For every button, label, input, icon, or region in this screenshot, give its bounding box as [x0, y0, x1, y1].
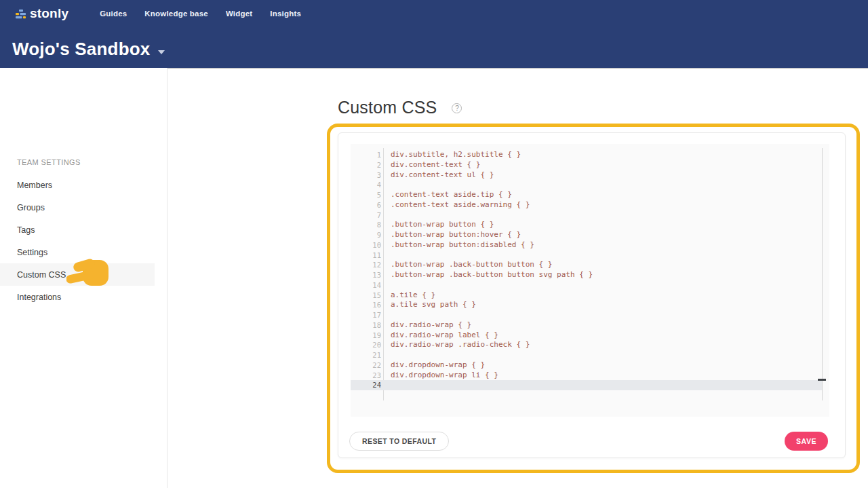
line-number: 15 [351, 290, 381, 301]
code-text: .button-wrap button:hover { } [391, 230, 521, 240]
settings-sidebar: TEAM SETTINGS Members Groups Tags Settin… [0, 68, 167, 488]
sidebar-menu: Members Groups Tags Settings Custom CSS … [0, 174, 167, 308]
primary-nav: Guides Knowledge base Widget Insights [82, 10, 301, 18]
custom-css-card: 1div.subtitle, h2.subtitle { }2div.conte… [338, 132, 846, 458]
line-number: 10 [351, 240, 381, 250]
sidebar-item-label: Custom CSS [17, 270, 66, 280]
stonly-logo[interactable]: stonly [15, 6, 68, 21]
nav-item-insights[interactable]: Insights [270, 10, 301, 18]
nav-item-guides[interactable]: Guides [100, 10, 127, 18]
app-header: stonly Guides Knowledge base Widget Insi… [0, 0, 868, 68]
line-number: 21 [351, 350, 381, 360]
code-line[interactable]: 3div.content-text ul { } [351, 170, 829, 181]
code-text: div.dropdown-wrap { } [391, 360, 485, 371]
help-icon[interactable]: ? [452, 103, 462, 113]
nav-item-widget[interactable]: Widget [226, 10, 252, 18]
line-number: 19 [351, 331, 381, 341]
line-number: 9 [351, 230, 381, 240]
code-line[interactable]: 5.content-text aside.tip { } [351, 190, 829, 200]
sidebar-item-custom-css[interactable]: Custom CSS [0, 263, 155, 286]
code-text: a.tile { } [391, 290, 435, 301]
reset-to-default-button[interactable]: RESET TO DEFAULT [349, 432, 449, 451]
code-line[interactable]: 17 [351, 310, 829, 320]
line-number: 23 [351, 371, 381, 381]
nav-item-knowledge-base[interactable]: Knowledge base [144, 10, 208, 18]
save-button[interactable]: SAVE [785, 432, 828, 451]
code-text: .button-wrap .back-button button svg pat… [391, 270, 593, 280]
code-text: .button-wrap .back-button button { } [391, 260, 552, 270]
custom-css-highlight-frame: 1div.subtitle, h2.subtitle { }2div.conte… [327, 124, 860, 473]
line-number: 1 [351, 150, 381, 160]
stonly-logo-icon [15, 9, 26, 20]
line-number: 7 [351, 210, 381, 221]
line-number: 16 [351, 300, 381, 310]
code-line[interactable]: 19div.radio-wrap label { } [351, 331, 829, 341]
workspace-name: Wojo's Sandbox [12, 39, 151, 60]
code-text: div.radio-wrap { } [391, 320, 471, 331]
code-line[interactable]: 12.button-wrap .back-button button { } [351, 260, 829, 270]
line-number: 5 [351, 190, 381, 200]
line-number: 6 [351, 200, 381, 210]
code-line[interactable]: 16a.tile svg path { } [351, 300, 829, 310]
line-number: 4 [351, 180, 381, 190]
sidebar-item-tags[interactable]: Tags [0, 219, 155, 241]
line-number: 24 [351, 380, 381, 390]
sidebar-item-label: Members [17, 181, 52, 190]
code-line[interactable]: 23div.dropdown-wrap li { } [351, 371, 829, 381]
code-line[interactable]: 7 [351, 210, 829, 221]
editor-actions-row: RESET TO DEFAULT SAVE [338, 432, 845, 451]
line-number: 2 [351, 160, 381, 170]
code-line[interactable]: 9.button-wrap button:hover { } [351, 230, 829, 240]
code-line[interactable]: 18div.radio-wrap { } [351, 320, 829, 331]
sidebar-item-members[interactable]: Members [0, 174, 155, 196]
code-text: div.dropdown-wrap li { } [391, 371, 498, 381]
line-number: 3 [351, 170, 381, 181]
sidebar-item-settings[interactable]: Settings [0, 241, 155, 263]
line-number: 14 [351, 280, 381, 290]
editor-scrollbar-track[interactable] [822, 148, 823, 400]
code-line[interactable]: 8.button-wrap button { } [351, 220, 829, 230]
logo-wordmark: stonly [30, 6, 68, 21]
code-line[interactable]: 20div.radio-wrap .radio-check { } [351, 340, 829, 350]
code-text: a.tile svg path { } [391, 300, 476, 310]
code-line[interactable]: 10.button-wrap button:disabled { } [351, 240, 829, 250]
sidebar-item-integrations[interactable]: Integrations [0, 286, 155, 308]
code-line[interactable]: 6.content-text aside.warning { } [351, 200, 829, 210]
code-line[interactable]: 2div.content-text { } [351, 160, 829, 170]
css-code-editor[interactable]: 1div.subtitle, h2.subtitle { }2div.conte… [351, 144, 829, 417]
sidebar-item-groups[interactable]: Groups [0, 196, 155, 219]
code-line[interactable]: 22div.dropdown-wrap { } [351, 360, 829, 371]
code-text: .content-text aside.warning { } [391, 200, 530, 210]
chevron-down-icon [158, 50, 165, 54]
code-text: div.radio-wrap .radio-check { } [391, 340, 530, 350]
line-number: 11 [351, 250, 381, 261]
sidebar-item-label: Settings [17, 248, 47, 257]
line-number: 12 [351, 260, 381, 270]
line-number: 18 [351, 320, 381, 331]
page-title-row: Custom CSS ? [338, 98, 462, 117]
sidebar-item-label: Groups [17, 203, 45, 212]
code-line[interactable]: 1div.subtitle, h2.subtitle { } [351, 150, 829, 160]
code-line[interactable]: 24 [351, 380, 822, 390]
code-line[interactable]: 13.button-wrap .back-button button svg p… [351, 270, 829, 280]
code-line[interactable]: 11 [351, 250, 829, 261]
code-line[interactable]: 14 [351, 280, 829, 290]
sidebar-section-label: TEAM SETTINGS [17, 158, 81, 166]
code-line[interactable]: 4 [351, 180, 829, 190]
workspace-switcher[interactable]: Wojo's Sandbox [12, 39, 165, 60]
code-text: .button-wrap button { } [391, 220, 494, 230]
line-number: 8 [351, 220, 381, 230]
code-line[interactable]: 21 [351, 350, 829, 360]
line-number: 22 [351, 360, 381, 371]
sidebar-item-label: Tags [17, 225, 35, 235]
editor-scrollbar-thumb[interactable] [818, 379, 826, 381]
code-text: div.subtitle, h2.subtitle { } [391, 150, 521, 160]
code-text: div.radio-wrap label { } [391, 331, 498, 341]
code-text: div.content-text { } [391, 160, 480, 170]
code-text: .button-wrap button:disabled { } [391, 240, 534, 250]
line-number: 13 [351, 270, 381, 280]
sidebar-item-label: Integrations [17, 293, 61, 302]
code-text: div.content-text ul { } [391, 170, 494, 181]
code-line[interactable]: 15a.tile { } [351, 290, 829, 301]
line-number: 20 [351, 340, 381, 350]
